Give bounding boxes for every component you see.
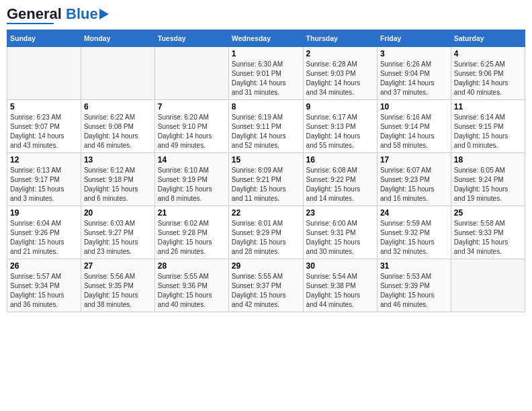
calendar-week-row: 19Sunrise: 6:04 AM Sunset: 9:26 PM Dayli… (7, 206, 525, 259)
weekday-wednesday: Wednesday (228, 30, 303, 47)
day-number: 31 (380, 261, 448, 271)
day-number: 5 (10, 102, 78, 111)
calendar-cell: 25Sunrise: 5:58 AM Sunset: 9:33 PM Dayli… (451, 206, 525, 259)
day-number: 7 (158, 102, 226, 111)
calendar-cell: 26Sunrise: 5:57 AM Sunset: 9:34 PM Dayli… (7, 259, 81, 312)
calendar-cell (154, 47, 228, 100)
calendar-week-row: 5Sunrise: 6:23 AM Sunset: 9:07 PM Daylig… (7, 100, 525, 153)
day-info: Sunrise: 6:17 AM Sunset: 9:13 PM Dayligh… (306, 113, 374, 150)
day-number: 19 (10, 208, 78, 218)
weekday-sunday: Sunday (7, 30, 81, 47)
calendar-cell: 21Sunrise: 6:02 AM Sunset: 9:28 PM Dayli… (154, 206, 228, 259)
calendar-cell: 4Sunrise: 6:25 AM Sunset: 9:06 PM Daylig… (451, 47, 525, 100)
svg-marker-0 (99, 9, 109, 19)
calendar-cell: 19Sunrise: 6:04 AM Sunset: 9:26 PM Dayli… (7, 206, 81, 259)
weekday-tuesday: Tuesday (154, 30, 228, 47)
calendar-week-row: 26Sunrise: 5:57 AM Sunset: 9:34 PM Dayli… (7, 259, 525, 312)
day-number: 10 (380, 102, 448, 111)
logo-blue: Blue (66, 5, 98, 22)
day-number: 15 (232, 155, 300, 165)
day-number: 29 (232, 261, 300, 271)
day-info: Sunrise: 6:01 AM Sunset: 9:29 PM Dayligh… (232, 219, 300, 257)
day-number: 9 (306, 102, 374, 111)
calendar-cell: 30Sunrise: 5:54 AM Sunset: 9:38 PM Dayli… (303, 259, 377, 312)
day-info: Sunrise: 6:19 AM Sunset: 9:11 PM Dayligh… (232, 113, 300, 150)
day-info: Sunrise: 6:13 AM Sunset: 9:17 PM Dayligh… (10, 166, 78, 203)
day-number: 4 (454, 49, 522, 58)
day-info: Sunrise: 6:30 AM Sunset: 9:01 PM Dayligh… (232, 60, 300, 97)
calendar-cell: 15Sunrise: 6:09 AM Sunset: 9:21 PM Dayli… (228, 153, 303, 206)
calendar-cell: 5Sunrise: 6:23 AM Sunset: 9:07 PM Daylig… (7, 100, 81, 153)
day-number: 24 (380, 208, 448, 218)
calendar-body: 1Sunrise: 6:30 AM Sunset: 9:01 PM Daylig… (7, 47, 525, 312)
calendar-cell: 12Sunrise: 6:13 AM Sunset: 9:17 PM Dayli… (7, 153, 81, 206)
day-number: 13 (84, 155, 152, 165)
day-info: Sunrise: 5:59 AM Sunset: 9:32 PM Dayligh… (380, 219, 448, 257)
calendar-week-row: 12Sunrise: 6:13 AM Sunset: 9:17 PM Dayli… (7, 153, 525, 206)
calendar-cell: 16Sunrise: 6:08 AM Sunset: 9:22 PM Dayli… (303, 153, 377, 206)
day-info: Sunrise: 6:28 AM Sunset: 9:03 PM Dayligh… (306, 60, 374, 97)
logo-text: General Blue (7, 7, 98, 21)
calendar-cell: 1Sunrise: 6:30 AM Sunset: 9:01 PM Daylig… (228, 47, 303, 100)
calendar-cell: 17Sunrise: 6:07 AM Sunset: 9:23 PM Dayli… (377, 153, 451, 206)
day-number: 22 (232, 208, 300, 218)
day-info: Sunrise: 6:00 AM Sunset: 9:31 PM Dayligh… (306, 219, 374, 257)
logo-arrow-icon (99, 9, 113, 19)
day-info: Sunrise: 5:58 AM Sunset: 9:33 PM Dayligh… (454, 219, 522, 257)
day-info: Sunrise: 6:20 AM Sunset: 9:10 PM Dayligh… (158, 113, 226, 150)
calendar-cell: 29Sunrise: 5:55 AM Sunset: 9:37 PM Dayli… (228, 259, 303, 312)
calendar-cell: 6Sunrise: 6:22 AM Sunset: 9:08 PM Daylig… (81, 100, 154, 153)
calendar-cell: 11Sunrise: 6:14 AM Sunset: 9:15 PM Dayli… (451, 100, 525, 153)
logo-underline (7, 23, 54, 24)
day-number: 23 (306, 208, 374, 218)
day-number: 28 (158, 261, 226, 271)
calendar-cell: 14Sunrise: 6:10 AM Sunset: 9:19 PM Dayli… (154, 153, 228, 206)
day-number: 20 (84, 208, 152, 218)
day-info: Sunrise: 6:07 AM Sunset: 9:23 PM Dayligh… (380, 166, 448, 203)
calendar-cell: 10Sunrise: 6:16 AM Sunset: 9:14 PM Dayli… (377, 100, 451, 153)
weekday-thursday: Thursday (303, 30, 377, 47)
calendar-cell: 7Sunrise: 6:20 AM Sunset: 9:10 PM Daylig… (154, 100, 228, 153)
calendar-cell: 8Sunrise: 6:19 AM Sunset: 9:11 PM Daylig… (228, 100, 303, 153)
day-info: Sunrise: 6:04 AM Sunset: 9:26 PM Dayligh… (10, 219, 78, 257)
day-info: Sunrise: 6:14 AM Sunset: 9:15 PM Dayligh… (454, 113, 522, 150)
calendar-cell (81, 47, 154, 100)
day-number: 17 (380, 155, 448, 165)
page-header: General Blue (7, 7, 525, 24)
calendar-cell: 9Sunrise: 6:17 AM Sunset: 9:13 PM Daylig… (303, 100, 377, 153)
calendar-cell: 3Sunrise: 6:26 AM Sunset: 9:04 PM Daylig… (377, 47, 451, 100)
day-info: Sunrise: 6:12 AM Sunset: 9:18 PM Dayligh… (84, 166, 152, 203)
weekday-monday: Monday (81, 30, 154, 47)
day-number: 1 (232, 49, 300, 58)
day-number: 16 (306, 155, 374, 165)
day-number: 11 (454, 102, 522, 111)
day-number: 6 (84, 102, 152, 111)
day-info: Sunrise: 6:05 AM Sunset: 9:24 PM Dayligh… (454, 166, 522, 203)
day-info: Sunrise: 6:26 AM Sunset: 9:04 PM Dayligh… (380, 60, 448, 97)
calendar-header: SundayMondayTuesdayWednesdayThursdayFrid… (7, 30, 525, 47)
day-info: Sunrise: 5:53 AM Sunset: 9:39 PM Dayligh… (380, 272, 448, 310)
weekday-header-row: SundayMondayTuesdayWednesdayThursdayFrid… (7, 30, 525, 47)
calendar-cell: 23Sunrise: 6:00 AM Sunset: 9:31 PM Dayli… (303, 206, 377, 259)
day-info: Sunrise: 5:57 AM Sunset: 9:34 PM Dayligh… (10, 272, 78, 310)
day-number: 21 (158, 208, 226, 218)
calendar-cell: 18Sunrise: 6:05 AM Sunset: 9:24 PM Dayli… (451, 153, 525, 206)
calendar-cell (7, 47, 81, 100)
day-info: Sunrise: 6:09 AM Sunset: 9:21 PM Dayligh… (232, 166, 300, 203)
calendar-table: SundayMondayTuesdayWednesdayThursdayFrid… (7, 30, 525, 312)
day-info: Sunrise: 6:03 AM Sunset: 9:27 PM Dayligh… (84, 219, 152, 257)
weekday-friday: Friday (377, 30, 451, 47)
day-info: Sunrise: 5:55 AM Sunset: 9:37 PM Dayligh… (232, 272, 300, 310)
day-info: Sunrise: 6:08 AM Sunset: 9:22 PM Dayligh… (306, 166, 374, 203)
calendar-cell: 20Sunrise: 6:03 AM Sunset: 9:27 PM Dayli… (81, 206, 154, 259)
weekday-saturday: Saturday (451, 30, 525, 47)
day-number: 27 (84, 261, 152, 271)
day-number: 14 (158, 155, 226, 165)
day-number: 8 (232, 102, 300, 111)
day-info: Sunrise: 6:23 AM Sunset: 9:07 PM Dayligh… (10, 113, 78, 150)
day-info: Sunrise: 6:22 AM Sunset: 9:08 PM Dayligh… (84, 113, 152, 150)
calendar-cell: 31Sunrise: 5:53 AM Sunset: 9:39 PM Dayli… (377, 259, 451, 312)
day-number: 3 (380, 49, 448, 58)
day-number: 12 (10, 155, 78, 165)
calendar-cell: 2Sunrise: 6:28 AM Sunset: 9:03 PM Daylig… (303, 47, 377, 100)
